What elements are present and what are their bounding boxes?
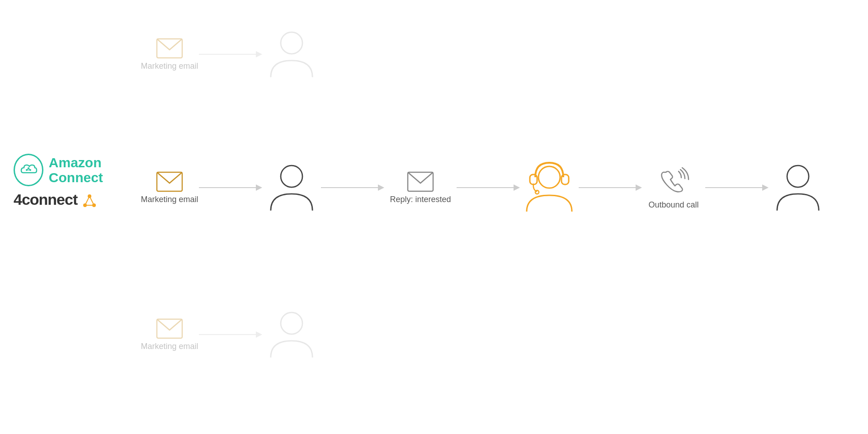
amazon-connect-text: Amazon Connect (49, 155, 149, 185)
svg-point-13 (281, 32, 302, 54)
svg-line-10 (90, 196, 94, 205)
email-block-top: Marketing email (140, 38, 199, 71)
phone-block-middle: Outbound call (642, 166, 705, 210)
svg-point-20 (535, 190, 539, 194)
email-icon-top (156, 38, 183, 59)
arrow-middle-1 (199, 184, 262, 191)
fourconnect-logo: 4connect (14, 191, 149, 208)
logo-circle-icon (14, 154, 43, 186)
email-icon-middle (156, 171, 183, 192)
flow-row-bottom: Marketing email (140, 307, 321, 362)
svg-rect-18 (530, 175, 537, 184)
arrow-middle-4 (579, 184, 642, 191)
person-icon-middle-2 (769, 160, 827, 215)
reply-email-icon (407, 171, 434, 192)
logo-block: Amazon Connect 4connect (14, 154, 149, 208)
flow-row-top: Marketing email (140, 27, 321, 81)
svg-rect-19 (561, 175, 569, 184)
person-icon-top (262, 27, 321, 81)
email-block-bottom: Marketing email (140, 318, 199, 351)
arrow-top-1 (199, 51, 262, 57)
svg-line-9 (85, 196, 90, 205)
reply-block-middle: Reply: interested (384, 171, 457, 204)
svg-point-21 (787, 165, 809, 187)
amazon-connect-logo: Amazon Connect (14, 154, 149, 186)
fourconnect-text: 4connect (14, 191, 97, 208)
svg-point-15 (281, 165, 302, 187)
outbound-call-label: Outbound call (648, 200, 698, 210)
reply-label: Reply: interested (390, 195, 451, 204)
email-label-top: Marketing email (141, 61, 198, 71)
arrow-middle-3 (457, 184, 520, 191)
agent-icon-middle (520, 158, 579, 217)
svg-point-23 (281, 312, 302, 334)
email-block-middle: Marketing email (140, 171, 199, 204)
svg-point-17 (538, 166, 560, 188)
person-icon-bottom (262, 307, 321, 362)
phone-icon (658, 166, 689, 198)
diagram-container: Amazon Connect 4connect (0, 0, 868, 434)
arrow-bottom-1 (199, 331, 262, 338)
email-label-middle: Marketing email (141, 195, 198, 204)
arrow-middle-5 (705, 184, 769, 191)
email-icon-bottom (156, 318, 183, 339)
flow-row-middle: Marketing email Reply: interested (140, 158, 827, 217)
person-icon-middle-1 (262, 160, 321, 215)
arrow-middle-2 (321, 184, 384, 191)
email-label-bottom: Marketing email (141, 342, 198, 351)
